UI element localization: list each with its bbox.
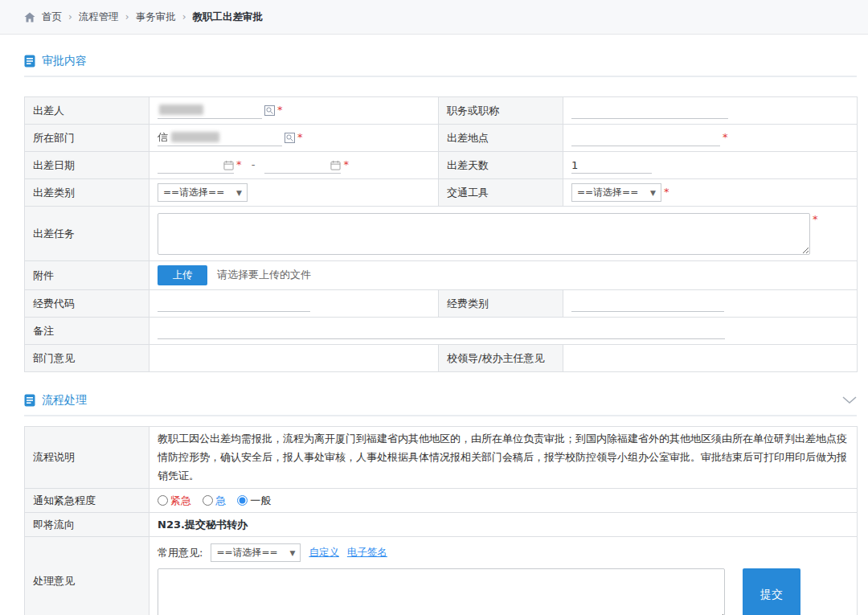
field-label-location: 出差地点	[439, 125, 563, 152]
upload-button[interactable]: 上传	[158, 265, 207, 285]
table-row: 出差任务 *	[25, 207, 858, 261]
fund-code-field	[149, 290, 439, 318]
process-desc-field: 教职工因公出差均需报批，流程为离开厦门到福建省内其他地区的，由所在单位负责审批；…	[149, 427, 858, 489]
transport-select[interactable]: ==请选择==▼	[571, 183, 661, 202]
common-opinion-select[interactable]: ==请选择==▼	[211, 543, 301, 562]
location-input[interactable]	[571, 130, 720, 146]
breadcrumb-item-process-mgmt[interactable]: 流程管理	[79, 10, 119, 24]
table-row: 流程说明 教职工因公出差均需报批，流程为离开厦门到福建省内其他地区的，由所在单位…	[25, 427, 858, 489]
field-label-leader-opinion: 校领导/校办主任意见	[439, 345, 563, 372]
field-label-department: 所在部门	[25, 125, 149, 152]
days-value: 1	[571, 159, 578, 171]
required-mark: *	[236, 158, 242, 170]
field-label-date: 出差日期	[25, 152, 149, 179]
required-mark: *	[664, 186, 669, 198]
required-mark: *	[723, 131, 728, 143]
date-separator: -	[252, 158, 256, 170]
urgency-field: 紧急 急 一般	[149, 489, 858, 513]
field-label-task: 出差任务	[25, 207, 149, 261]
transport-field: ==请选择==▼*	[563, 179, 858, 207]
common-opinion-label: 常用意见:	[158, 546, 203, 560]
opinion-field: 常用意见: ==请选择==▼ 自定义 电子签名 提交	[149, 537, 858, 615]
remark-field	[149, 318, 858, 345]
picker-icon[interactable]	[264, 105, 275, 116]
breadcrumb-item-home[interactable]: 首页	[42, 10, 62, 24]
field-label-days: 出差天数	[439, 152, 563, 179]
esignature-link[interactable]: 电子签名	[347, 546, 387, 560]
flow-field: N23.提交秘书转办	[149, 513, 858, 537]
position-input[interactable]	[571, 103, 728, 119]
chevron-down-icon: ▼	[650, 189, 656, 197]
fund-type-field	[563, 290, 858, 318]
table-row: 出差日期 * - * 出差天数 1	[25, 152, 858, 179]
table-row: 附件 上传请选择要上传的文件	[25, 261, 858, 290]
field-label-traveler: 出差人	[25, 97, 149, 125]
fund-type-input[interactable]	[571, 296, 724, 312]
urgency-label-normal: 一般	[250, 494, 271, 508]
redacted-text	[171, 132, 219, 142]
date-end-input[interactable]	[264, 158, 341, 174]
urgency-option-fast[interactable]: 急	[203, 494, 226, 508]
traveler-input[interactable]	[158, 103, 262, 119]
field-label-process-desc: 流程说明	[25, 427, 149, 489]
chevron-down-icon: ▼	[289, 549, 295, 557]
field-label-category: 出差类别	[25, 179, 149, 207]
common-opinion-selected: ==请选择==	[216, 546, 277, 560]
urgency-option-urgent[interactable]: 紧急	[158, 494, 191, 508]
next-flow-value: N23.提交秘书转办	[158, 519, 248, 531]
collapse-chevron-icon[interactable]	[842, 396, 857, 404]
department-input[interactable]: 信	[158, 130, 282, 146]
table-row: 出差类别 ==请选择==▼ 交通工具 ==请选择==▼*	[25, 179, 858, 207]
department-field: 信*	[149, 125, 439, 152]
custom-opinion-link[interactable]: 自定义	[309, 546, 339, 560]
table-row: 经费代码 经费类别	[25, 290, 858, 318]
upload-hint: 请选择要上传的文件	[217, 269, 311, 281]
required-mark: *	[297, 131, 303, 143]
document-icon	[24, 55, 35, 68]
urgency-radio-fast[interactable]	[203, 495, 213, 506]
required-mark: *	[343, 158, 349, 170]
field-label-opinion: 处理意见	[25, 537, 149, 615]
calendar-icon	[223, 160, 234, 170]
picker-icon[interactable]	[285, 133, 295, 143]
date-start-input[interactable]	[158, 158, 234, 174]
task-textarea[interactable]	[158, 213, 810, 255]
attachment-field: 上传请选择要上传的文件	[149, 261, 858, 290]
urgency-radio-normal[interactable]	[237, 495, 248, 506]
table-row: 备注	[25, 318, 858, 345]
table-row: 出差人 * 职务或职称	[25, 97, 858, 125]
breadcrumb-separator: ›	[67, 11, 74, 23]
section-title-process: 流程处理	[42, 393, 87, 408]
remark-input[interactable]	[158, 323, 725, 339]
category-field: ==请选择==▼	[149, 179, 439, 207]
field-label-position: 职务或职称	[439, 97, 563, 125]
section-title-approval: 审批内容	[42, 54, 87, 68]
urgency-option-normal[interactable]: 一般	[237, 494, 271, 508]
redacted-text	[159, 105, 203, 115]
opinion-textarea[interactable]	[158, 568, 725, 615]
urgency-radio-urgent[interactable]	[158, 495, 168, 506]
home-icon[interactable]	[24, 12, 35, 23]
fund-code-input[interactable]	[158, 296, 310, 312]
position-field	[563, 97, 858, 125]
days-field: 1	[563, 152, 858, 179]
process-description-text: 教职工因公出差均需报批，流程为离开厦门到福建省内其他地区的，由所在单位负责审批；…	[158, 430, 849, 485]
document-icon	[24, 394, 35, 407]
days-input[interactable]: 1	[571, 158, 652, 174]
required-mark: *	[277, 104, 283, 116]
chevron-down-icon: ▼	[236, 189, 242, 197]
submit-button[interactable]: 提交	[743, 568, 800, 615]
breadcrumb-separator: ›	[181, 11, 188, 23]
dept-opinion-field	[149, 345, 439, 372]
urgency-label-urgent: 紧急	[170, 494, 191, 508]
department-value: 信	[158, 130, 168, 145]
field-label-urgency: 通知紧急程度	[25, 489, 149, 513]
urgency-label-fast: 急	[215, 494, 226, 508]
traveler-field: *	[149, 97, 439, 125]
trip-category-select[interactable]: ==请选择==▼	[158, 183, 248, 202]
trip-category-selected: ==请选择==	[163, 186, 224, 199]
field-label-flow: 即将流向	[25, 513, 149, 537]
table-row: 所在部门 信* 出差地点 *	[25, 125, 858, 152]
breadcrumb-item-affairs-approval[interactable]: 事务审批	[136, 10, 176, 24]
required-mark: *	[813, 213, 818, 225]
